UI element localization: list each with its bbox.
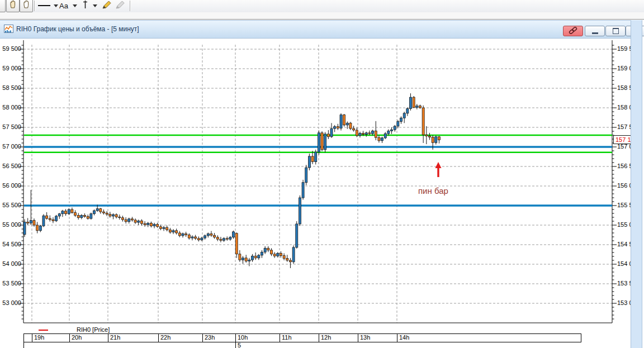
axis-tick-label: 58 500 — [0, 84, 21, 91]
draw-pencil-button[interactable] — [102, 0, 112, 11]
chart-window: RIH0 График цены и объёма - [5 минут] × — [0, 20, 642, 348]
time-cell-22h: 22h — [158, 334, 202, 342]
axis-tick-label: 58 000 — [0, 104, 21, 111]
time-axis-row: 19h20h21h22h23h10h11h12h13h14h — [23, 333, 581, 342]
line-style-dropdown[interactable] — [38, 0, 58, 11]
axis-tick-label: 59 000 — [0, 65, 21, 71]
axis-tick-label: 55 000 — [0, 221, 21, 228]
axis-tick-label: 158 000 — [617, 104, 631, 111]
axis-tick-label: 153 000 — [617, 299, 631, 306]
time-cell-19h: 19h — [32, 334, 69, 342]
font-dropdown[interactable]: Aa — [59, 0, 77, 11]
time-cell-23h: 23h — [202, 334, 235, 342]
minimize-button[interactable] — [585, 26, 605, 36]
axis-tick-label: 155 000 — [617, 221, 631, 228]
axis-tick-label: 154 500 — [617, 241, 631, 247]
axis-tick-label: 159 500 — [617, 45, 631, 52]
legend-series-label: RIH0 [Price] — [77, 326, 110, 333]
grab-hand-button[interactable] — [20, 0, 33, 12]
axis-tick-label: 56 000 — [0, 182, 21, 189]
time-cell-10h: 10h — [235, 334, 280, 342]
axis-tick-label: 157 500 — [617, 123, 631, 130]
axis-tick-label: 53 500 — [0, 280, 21, 287]
axis-tick-label: 55 500 — [0, 202, 21, 208]
axis-tick-label: 155 500 — [617, 202, 631, 208]
erase-pencil-button[interactable] — [115, 0, 125, 11]
window-right-border — [631, 20, 642, 348]
chain-link-icon — [568, 27, 578, 35]
time-cell-14h: 14h — [397, 334, 581, 342]
time-cell-11h: 11h — [280, 334, 319, 342]
time-cell-21h: 21h — [108, 334, 158, 342]
axis-tick-label: 59 500 — [0, 45, 21, 52]
window-title: RIH0 График цены и объёма - [5 минут] — [16, 25, 139, 33]
date-label: 5 — [238, 342, 241, 348]
drawing-toolbar: Aa — [0, 0, 644, 13]
date-axis-tick — [235, 342, 236, 348]
axis-tick-label: 159 000 — [617, 65, 631, 71]
link-chart-button[interactable] — [563, 26, 583, 36]
axis-tick-label: 53 000 — [0, 299, 21, 306]
axis-tick-label: 54 500 — [0, 241, 21, 247]
date-axis-tick — [23, 342, 24, 348]
workspace-background — [0, 12, 644, 19]
price-axis-right: 159 500159 000158 500158 000157 500157 0… — [613, 0, 631, 307]
pencil-disabled-icon — [115, 0, 125, 12]
workspace-divider — [0, 19, 644, 20]
axis-tick-label: 54 000 — [0, 260, 21, 267]
axis-tick-label: 57 000 — [0, 143, 21, 150]
axis-tick-label: 156 500 — [617, 163, 631, 169]
axis-tick-label: 57 500 — [0, 123, 21, 130]
axis-tick-label: 156 000 — [617, 182, 631, 189]
price-axis-left: 59 50059 00058 50058 00057 50057 00056 5… — [0, 0, 21, 348]
pin-bar-annotation-text: пин бар — [418, 186, 448, 196]
window-titlebar[interactable]: RIH0 График цены и объёма - [5 минут] × — [0, 20, 642, 39]
cursor-tool-dropdown[interactable] — [82, 0, 97, 11]
time-cell-20h: 20h — [69, 334, 108, 342]
time-cell — [23, 334, 32, 342]
font-icon: Aa — [59, 2, 68, 10]
axis-tick-label: 56 500 — [0, 163, 21, 169]
line-icon — [38, 5, 50, 6]
time-cell-13h: 13h — [358, 334, 397, 342]
grab-hand-icon — [22, 0, 30, 11]
current-price-tag: 157 180 — [613, 135, 631, 144]
axis-tick-label: 158 500 — [617, 84, 631, 91]
axis-tick-label: 154 000 — [617, 260, 631, 267]
legend-series-swatch — [39, 330, 48, 331]
minimize-icon — [592, 32, 598, 34]
time-cell-12h: 12h — [319, 334, 358, 342]
axis-tick-label: 153 500 — [617, 280, 631, 287]
cursor-icon — [82, 0, 89, 11]
pencil-icon — [102, 0, 112, 12]
